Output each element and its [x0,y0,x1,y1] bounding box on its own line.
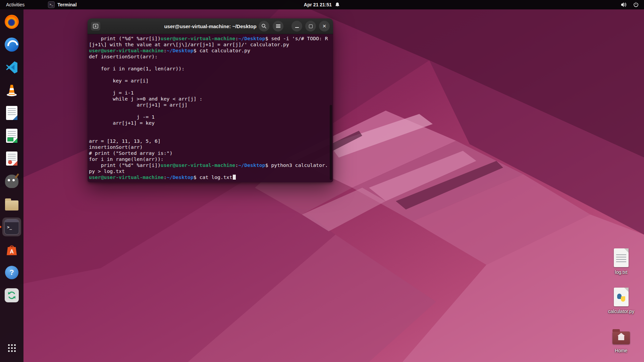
dock-item-libreoffice-calc[interactable] [2,126,21,145]
home-folder-icon [612,331,630,344]
dock-item-ubuntu-software[interactable]: A [2,240,21,259]
close-icon: × [322,23,326,29]
dock-item-libreoffice-impress[interactable] [2,149,21,168]
show-applications-button[interactable] [2,339,21,357]
system-status-area[interactable] [621,0,644,9]
libreoffice-impress-icon [4,151,19,166]
minimize-icon [295,27,299,28]
maximize-button[interactable] [305,21,316,32]
dock-item-terminal[interactable]: >_ [2,218,21,236]
terminal-scrollbar[interactable] [330,105,332,180]
activities-button[interactable]: Activities [0,0,31,9]
firefox-icon [5,15,19,29]
terminal-header-bar[interactable]: user@user-virtual-machine: ~/Desktop [88,18,333,34]
minimize-button[interactable] [291,21,302,32]
desktop-icon-label: log.txt [604,269,638,275]
gimp-icon [5,175,18,188]
new-tab-button[interactable] [91,22,100,31]
desktop-icon-calculator-py[interactable]: calculator.py [604,287,638,314]
clock-menu[interactable]: Apr 21 21:51 [304,0,340,9]
software-updater-icon [5,288,19,302]
notification-bell-icon [335,2,340,7]
terminal-output[interactable]: print ("%d" %arr[i])user@user-virtual-ma… [89,36,333,180]
dock-item-vlc[interactable] [2,81,21,100]
dock-item-vscode[interactable] [2,58,21,77]
ubuntu-software-icon: A [4,242,19,257]
clock-label: Apr 21 21:51 [304,2,332,7]
dock: >_ A ? [0,9,23,362]
focused-app-name: Terminal [57,2,76,7]
menu-button[interactable] [273,21,283,32]
dock-item-help[interactable]: ? [2,263,21,282]
focused-app-menu[interactable]: >_ Terminal [48,1,76,8]
help-icon: ? [5,266,18,279]
terminal-mini-icon: >_ [48,1,55,8]
svg-text:A: A [10,248,14,254]
vlc-icon [4,83,19,98]
vscode-icon [4,60,19,75]
power-icon [633,2,639,7]
dock-item-gimp[interactable] [2,172,21,191]
dock-item-files[interactable] [2,195,21,214]
dock-item-software-updater[interactable] [2,286,21,305]
files-folder-icon [5,200,18,210]
maximize-icon [309,24,313,28]
libreoffice-calc-icon [4,128,19,143]
search-icon [261,23,267,29]
hamburger-menu-icon [276,26,280,26]
apps-grid-icon [7,344,16,353]
thunderbird-icon [5,38,19,52]
close-button[interactable]: × [319,21,330,32]
text-file-icon [614,248,629,267]
terminal-window: user@user-virtual-machine: ~/Desktop [88,18,333,182]
desktop-icon-home[interactable]: Home [604,326,638,353]
dock-item-firefox[interactable] [2,12,21,31]
terminal-body[interactable]: print ("%d" %arr[i])user@user-virtual-ma… [88,34,333,182]
desktop-icon-label: Home [604,348,638,353]
volume-icon [621,2,627,7]
terminal-icon: >_ [4,219,19,235]
desktop-icon-log-txt[interactable]: log.txt [604,247,638,275]
libreoffice-writer-icon [4,106,19,120]
search-button[interactable] [259,21,269,32]
python-file-icon [614,288,629,306]
dock-item-libreoffice-writer[interactable] [2,104,21,122]
dock-item-thunderbird[interactable] [2,35,21,54]
top-bar: Activities >_ Terminal Apr 21 21:51 [0,0,644,9]
desktop-icon-label: calculator.py [604,309,638,314]
